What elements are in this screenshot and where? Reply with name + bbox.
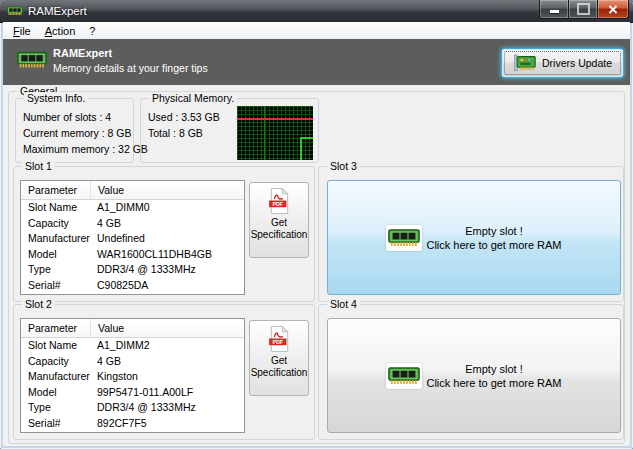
param-cell: Serial# bbox=[21, 278, 90, 294]
ram-module-icon bbox=[386, 225, 422, 251]
window-title: RAMExpert bbox=[28, 5, 87, 17]
param-cell: Manufacturer bbox=[21, 369, 90, 385]
empty-slot-line1: Empty slot ! bbox=[426, 224, 561, 238]
pdf-icon bbox=[268, 326, 291, 352]
system-info-label: System Info. bbox=[24, 92, 88, 105]
table-header: Parameter Value bbox=[21, 181, 244, 200]
menu-help[interactable]: ? bbox=[82, 24, 102, 38]
physical-memory-label: Physical Memory. bbox=[149, 92, 237, 105]
get-specification-button-slot2[interactable]: Get Specification bbox=[249, 320, 309, 396]
get-specification-button-slot1[interactable]: Get Specification bbox=[249, 182, 309, 258]
slot2-group: Slot 2 Parameter Value Slot NameA1_DIMM2… bbox=[13, 304, 315, 440]
param-cell: Capacity bbox=[21, 354, 90, 370]
slot2-label: Slot 2 bbox=[22, 298, 55, 311]
column-parameter[interactable]: Parameter bbox=[21, 319, 91, 337]
slot3-empty-panel[interactable]: Empty slot ! Click here to get more RAM bbox=[327, 180, 621, 295]
titlebar: RAMExpert bbox=[0, 0, 633, 23]
ram-module-icon bbox=[386, 363, 422, 389]
ramexpert-window: RAMExpert File Action ? RAMExpert Memory… bbox=[0, 0, 633, 449]
value-cell: DDR3/4 @ 1333MHz bbox=[90, 262, 244, 278]
maximize-button[interactable] bbox=[568, 0, 598, 19]
ram-module-icon bbox=[7, 5, 23, 17]
minimize-icon bbox=[550, 10, 559, 13]
table-row[interactable]: Slot NameA1_DIMM0 bbox=[21, 200, 244, 216]
menu-file[interactable]: File bbox=[6, 24, 38, 38]
table-row[interactable]: Capacity4 GB bbox=[21, 216, 244, 232]
column-value[interactable]: Value bbox=[91, 319, 244, 337]
system-info-group: System Info. Number of slots : 4 Current… bbox=[15, 98, 134, 163]
empty-slot-line2: Click here to get more RAM bbox=[426, 238, 561, 252]
menubar: File Action ? bbox=[3, 22, 630, 40]
pci-card-icon bbox=[513, 54, 537, 73]
content-area: General System Info. Number of slots : 4… bbox=[3, 85, 630, 446]
value-cell: WAR1600CL11DHB4GB bbox=[90, 247, 244, 263]
value-cell: 99P5471-011.A00LF bbox=[90, 385, 244, 401]
value-cell: A1_DIMM2 bbox=[90, 338, 244, 354]
table-row[interactable]: ManufacturerUndefined bbox=[21, 231, 244, 247]
slot1-group: Slot 1 Parameter Value Slot NameA1_DIMM0… bbox=[13, 166, 315, 302]
slot3-group: Slot 3 Empty slot ! Click here to get mo… bbox=[318, 166, 624, 302]
slot1-label: Slot 1 bbox=[22, 160, 55, 173]
physical-memory-group: Physical Memory. Used : 3.53 GB Total : … bbox=[140, 98, 319, 163]
slot3-label: Slot 3 bbox=[327, 160, 360, 173]
slot2-table: Parameter Value Slot NameA1_DIMM2 Capaci… bbox=[20, 318, 245, 433]
value-cell: C90825DA bbox=[90, 278, 244, 294]
column-parameter[interactable]: Parameter bbox=[21, 181, 91, 199]
app-header: RAMExpert Memory details at your finger … bbox=[3, 39, 630, 85]
table-row[interactable]: TypeDDR3/4 @ 1333MHz bbox=[21, 400, 244, 416]
table-row[interactable]: Capacity4 GB bbox=[21, 354, 244, 370]
number-of-slots: Number of slots : 4 bbox=[16, 109, 133, 125]
maximum-memory: Maximum memory : 32 GB bbox=[16, 141, 133, 157]
current-memory: Current memory : 8 GB bbox=[16, 125, 133, 141]
table-row[interactable]: Slot NameA1_DIMM2 bbox=[21, 338, 244, 354]
param-cell: Slot Name bbox=[21, 200, 90, 216]
window-controls bbox=[540, 0, 629, 19]
param-cell: Capacity bbox=[21, 216, 90, 232]
close-button[interactable] bbox=[597, 0, 629, 19]
value-cell: 892CF7F5 bbox=[90, 416, 244, 432]
table-row[interactable]: Serial#892CF7F5 bbox=[21, 416, 244, 432]
slot4-empty-panel[interactable]: Empty slot ! Click here to get more RAM bbox=[327, 318, 621, 433]
param-cell: Manufacturer bbox=[21, 231, 90, 247]
memory-usage-graph bbox=[237, 106, 313, 160]
empty-slot-text-block: Empty slot ! Click here to get more RAM bbox=[426, 224, 561, 252]
param-cell: Model bbox=[21, 247, 90, 263]
empty-slot-text-block: Empty slot ! Click here to get more RAM bbox=[426, 362, 561, 390]
slot1-table: Parameter Value Slot NameA1_DIMM0 Capaci… bbox=[20, 180, 245, 295]
get-specification-label: Get Specification bbox=[250, 355, 308, 379]
value-cell: 4 GB bbox=[90, 216, 244, 232]
slot4-label: Slot 4 bbox=[327, 298, 360, 311]
value-cell: DDR3/4 @ 1333MHz bbox=[90, 400, 244, 416]
param-cell: Model bbox=[21, 385, 90, 401]
column-value[interactable]: Value bbox=[91, 181, 244, 199]
value-cell: A1_DIMM0 bbox=[90, 200, 244, 216]
get-specification-label: Get Specification bbox=[250, 217, 308, 241]
ram-module-icon bbox=[17, 48, 47, 72]
general-group: General System Info. Number of slots : 4… bbox=[8, 91, 625, 444]
value-cell: 4 GB bbox=[90, 354, 244, 370]
menu-action[interactable]: Action bbox=[38, 24, 83, 38]
minimize-button[interactable] bbox=[539, 0, 569, 19]
value-cell: Undefined bbox=[90, 231, 244, 247]
slot4-group: Slot 4 Empty slot ! Click here to get mo… bbox=[318, 304, 624, 440]
maximize-icon bbox=[577, 3, 590, 15]
close-icon bbox=[608, 5, 618, 14]
table-row[interactable]: ManufacturerKingston bbox=[21, 369, 244, 385]
table-row[interactable]: ModelWAR1600CL11DHB4GB bbox=[21, 247, 244, 263]
table-row[interactable]: Model99P5471-011.A00LF bbox=[21, 385, 244, 401]
value-cell: Kingston bbox=[90, 369, 244, 385]
param-cell: Type bbox=[21, 262, 90, 278]
drivers-update-button[interactable]: Drivers Update bbox=[501, 48, 624, 78]
table-row[interactable]: TypeDDR3/4 @ 1333MHz bbox=[21, 262, 244, 278]
table-row[interactable]: Serial#C90825DA bbox=[21, 278, 244, 294]
empty-slot-line2: Click here to get more RAM bbox=[426, 376, 561, 390]
empty-slot-line1: Empty slot ! bbox=[426, 362, 561, 376]
param-cell: Serial# bbox=[21, 416, 90, 432]
app-name: RAMExpert bbox=[53, 46, 208, 61]
app-tagline: Memory details at your finger tips bbox=[53, 61, 208, 75]
pdf-icon bbox=[268, 188, 291, 214]
app-header-text: RAMExpert Memory details at your finger … bbox=[53, 46, 208, 75]
drivers-update-label: Drivers Update bbox=[542, 57, 612, 69]
table-header: Parameter Value bbox=[21, 319, 244, 338]
param-cell: Type bbox=[21, 400, 90, 416]
